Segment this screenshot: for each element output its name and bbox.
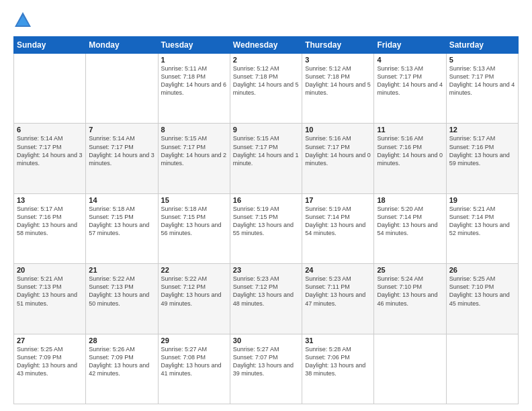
calendar-week-row: 27Sunrise: 5:25 AM Sunset: 7:09 PM Dayli…: [14, 334, 519, 404]
logo-icon: [13, 11, 32, 30]
day-number: 26: [449, 266, 515, 274]
day-info: Sunrise: 5:23 AM Sunset: 7:11 PM Dayligh…: [305, 275, 371, 308]
day-number: 14: [89, 196, 154, 204]
day-number: 20: [17, 266, 83, 274]
calendar-cell: 25Sunrise: 5:24 AM Sunset: 7:10 PM Dayli…: [374, 264, 446, 334]
day-number: 6: [17, 126, 83, 134]
day-info: Sunrise: 5:19 AM Sunset: 7:15 PM Dayligh…: [233, 205, 299, 238]
calendar-cell: 8Sunrise: 5:15 AM Sunset: 7:17 PM Daylig…: [158, 124, 230, 193]
calendar-cell: 9Sunrise: 5:15 AM Sunset: 7:17 PM Daylig…: [230, 124, 302, 193]
weekday-header: Monday: [86, 37, 158, 54]
day-number: 23: [233, 266, 299, 274]
calendar-cell: 23Sunrise: 5:23 AM Sunset: 7:12 PM Dayli…: [230, 264, 302, 334]
calendar-week-row: 13Sunrise: 5:17 AM Sunset: 7:16 PM Dayli…: [14, 193, 519, 263]
day-info: Sunrise: 5:18 AM Sunset: 7:15 PM Dayligh…: [161, 205, 227, 238]
day-info: Sunrise: 5:16 AM Sunset: 7:16 PM Dayligh…: [377, 134, 443, 167]
day-info: Sunrise: 5:22 AM Sunset: 7:13 PM Dayligh…: [89, 275, 154, 308]
calendar-cell: [374, 334, 446, 404]
day-number: 21: [89, 266, 154, 274]
header: [13, 11, 519, 30]
calendar-cell: 12Sunrise: 5:17 AM Sunset: 7:16 PM Dayli…: [446, 124, 518, 193]
calendar-cell: 30Sunrise: 5:27 AM Sunset: 7:07 PM Dayli…: [230, 334, 302, 404]
day-info: Sunrise: 5:21 AM Sunset: 7:14 PM Dayligh…: [449, 205, 515, 238]
day-number: 30: [233, 336, 299, 345]
day-info: Sunrise: 5:14 AM Sunset: 7:17 PM Dayligh…: [17, 134, 83, 167]
day-number: 10: [305, 126, 371, 134]
day-number: 17: [305, 196, 371, 204]
day-number: 8: [161, 126, 227, 134]
day-info: Sunrise: 5:17 AM Sunset: 7:16 PM Dayligh…: [449, 134, 515, 167]
calendar-cell: 22Sunrise: 5:22 AM Sunset: 7:12 PM Dayli…: [158, 264, 230, 334]
day-number: 3: [305, 56, 371, 64]
logo: [13, 11, 35, 30]
day-number: 9: [233, 126, 299, 134]
calendar-cell: 4Sunrise: 5:13 AM Sunset: 7:17 PM Daylig…: [374, 54, 446, 124]
weekday-header: Sunday: [14, 37, 86, 54]
day-info: Sunrise: 5:21 AM Sunset: 7:13 PM Dayligh…: [17, 275, 83, 308]
calendar-week-row: 1Sunrise: 5:11 AM Sunset: 7:18 PM Daylig…: [14, 54, 519, 124]
weekday-header: Friday: [374, 37, 446, 54]
day-number: 11: [377, 126, 443, 134]
day-info: Sunrise: 5:23 AM Sunset: 7:12 PM Dayligh…: [233, 275, 299, 308]
day-number: 31: [305, 336, 371, 345]
calendar-cell: 17Sunrise: 5:19 AM Sunset: 7:14 PM Dayli…: [302, 193, 374, 263]
calendar-cell: 18Sunrise: 5:20 AM Sunset: 7:14 PM Dayli…: [374, 193, 446, 263]
day-number: 19: [449, 196, 515, 204]
weekday-header: Saturday: [446, 37, 518, 54]
day-info: Sunrise: 5:14 AM Sunset: 7:17 PM Dayligh…: [89, 134, 154, 167]
day-info: Sunrise: 5:28 AM Sunset: 7:06 PM Dayligh…: [305, 345, 371, 378]
day-info: Sunrise: 5:22 AM Sunset: 7:12 PM Dayligh…: [161, 275, 227, 308]
weekday-header: Thursday: [302, 37, 374, 54]
day-info: Sunrise: 5:13 AM Sunset: 7:17 PM Dayligh…: [377, 64, 443, 97]
calendar-cell: 24Sunrise: 5:23 AM Sunset: 7:11 PM Dayli…: [302, 264, 374, 334]
calendar-week-row: 6Sunrise: 5:14 AM Sunset: 7:17 PM Daylig…: [14, 124, 519, 193]
day-info: Sunrise: 5:20 AM Sunset: 7:14 PM Dayligh…: [377, 205, 443, 238]
day-info: Sunrise: 5:26 AM Sunset: 7:09 PM Dayligh…: [89, 345, 154, 378]
calendar-header-row: SundayMondayTuesdayWednesdayThursdayFrid…: [14, 37, 519, 54]
calendar-cell: 21Sunrise: 5:22 AM Sunset: 7:13 PM Dayli…: [86, 264, 158, 334]
calendar-cell: 31Sunrise: 5:28 AM Sunset: 7:06 PM Dayli…: [302, 334, 374, 404]
day-info: Sunrise: 5:25 AM Sunset: 7:09 PM Dayligh…: [17, 345, 83, 378]
calendar-cell: [14, 54, 86, 124]
day-number: 18: [377, 196, 443, 204]
calendar-cell: 7Sunrise: 5:14 AM Sunset: 7:17 PM Daylig…: [86, 124, 158, 193]
day-number: 16: [233, 196, 299, 204]
day-info: Sunrise: 5:15 AM Sunset: 7:17 PM Dayligh…: [161, 134, 227, 167]
calendar-cell: 27Sunrise: 5:25 AM Sunset: 7:09 PM Dayli…: [14, 334, 86, 404]
calendar-cell: 16Sunrise: 5:19 AM Sunset: 7:15 PM Dayli…: [230, 193, 302, 263]
day-info: Sunrise: 5:16 AM Sunset: 7:17 PM Dayligh…: [305, 134, 371, 167]
calendar-cell: 10Sunrise: 5:16 AM Sunset: 7:17 PM Dayli…: [302, 124, 374, 193]
weekday-header: Tuesday: [158, 37, 230, 54]
calendar-cell: 15Sunrise: 5:18 AM Sunset: 7:15 PM Dayli…: [158, 193, 230, 263]
day-info: Sunrise: 5:18 AM Sunset: 7:15 PM Dayligh…: [89, 205, 154, 238]
day-info: Sunrise: 5:11 AM Sunset: 7:18 PM Dayligh…: [161, 64, 227, 97]
calendar-cell: 28Sunrise: 5:26 AM Sunset: 7:09 PM Dayli…: [86, 334, 158, 404]
day-number: 25: [377, 266, 443, 274]
calendar-cell: 3Sunrise: 5:12 AM Sunset: 7:18 PM Daylig…: [302, 54, 374, 124]
calendar-cell: 26Sunrise: 5:25 AM Sunset: 7:10 PM Dayli…: [446, 264, 518, 334]
day-number: 2: [233, 56, 299, 64]
calendar-cell: [446, 334, 518, 404]
day-info: Sunrise: 5:12 AM Sunset: 7:18 PM Dayligh…: [305, 64, 371, 97]
day-number: 1: [161, 56, 227, 64]
day-number: 28: [89, 336, 154, 345]
day-number: 22: [161, 266, 227, 274]
day-info: Sunrise: 5:27 AM Sunset: 7:08 PM Dayligh…: [161, 345, 227, 378]
day-info: Sunrise: 5:19 AM Sunset: 7:14 PM Dayligh…: [305, 205, 371, 238]
calendar-cell: 2Sunrise: 5:12 AM Sunset: 7:18 PM Daylig…: [230, 54, 302, 124]
calendar-cell: 14Sunrise: 5:18 AM Sunset: 7:15 PM Dayli…: [86, 193, 158, 263]
day-number: 5: [449, 56, 515, 64]
calendar-cell: 5Sunrise: 5:13 AM Sunset: 7:17 PM Daylig…: [446, 54, 518, 124]
calendar-cell: 11Sunrise: 5:16 AM Sunset: 7:16 PM Dayli…: [374, 124, 446, 193]
day-number: 24: [305, 266, 371, 274]
calendar-cell: 1Sunrise: 5:11 AM Sunset: 7:18 PM Daylig…: [158, 54, 230, 124]
day-number: 29: [161, 336, 227, 345]
calendar-week-row: 20Sunrise: 5:21 AM Sunset: 7:13 PM Dayli…: [14, 264, 519, 334]
day-info: Sunrise: 5:25 AM Sunset: 7:10 PM Dayligh…: [449, 275, 515, 308]
day-number: 13: [17, 196, 83, 204]
calendar-cell: 6Sunrise: 5:14 AM Sunset: 7:17 PM Daylig…: [14, 124, 86, 193]
calendar-cell: 20Sunrise: 5:21 AM Sunset: 7:13 PM Dayli…: [14, 264, 86, 334]
day-number: 4: [377, 56, 443, 64]
day-info: Sunrise: 5:17 AM Sunset: 7:16 PM Dayligh…: [17, 205, 83, 238]
calendar: SundayMondayTuesdayWednesdayThursdayFrid…: [13, 36, 519, 404]
